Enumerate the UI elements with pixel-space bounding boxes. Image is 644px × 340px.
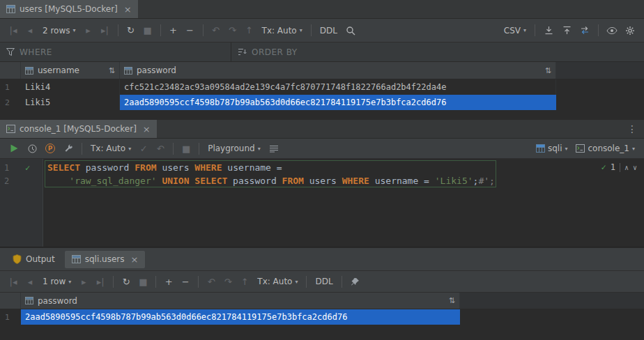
next-page-icon[interactable]: ▸ <box>76 277 91 286</box>
sort-toggle-icon[interactable]: ⇅ <box>449 296 455 305</box>
tx-mode-dropdown[interactable]: Tx: Auto ▾ <box>87 144 135 153</box>
submit-icon[interactable]: ↑ <box>237 277 252 286</box>
pin-tab-icon[interactable] <box>347 277 364 286</box>
column-label: password <box>38 296 77 306</box>
add-row-icon[interactable]: + <box>166 26 181 35</box>
page-size-dropdown[interactable]: 2 rows ▾ <box>39 26 79 36</box>
success-check-icon: ✓ <box>601 162 606 172</box>
redo-icon[interactable]: ↷ <box>220 277 236 286</box>
run-icon[interactable] <box>6 144 22 153</box>
ddl-button[interactable]: DDL <box>312 277 336 286</box>
result-table-row[interactable]: 1 2aad5890595ccf4598b787b99ab563d0d66ec8… <box>0 309 644 325</box>
cell-password-selected[interactable]: 2aad5890595ccf4598b787b99ab563d0d66ec821… <box>120 95 556 110</box>
sort-toggle-icon[interactable]: ⇅ <box>109 66 115 75</box>
data-grid-toolbar: |◂ ◂ 2 rows ▾ ▸ ▸| ↻ ■ + − ↶ ↷ ↑ Tx: Aut… <box>0 19 644 42</box>
delete-row-icon[interactable]: − <box>178 277 193 286</box>
sql-comment: #'; <box>478 176 494 186</box>
row-filler <box>556 95 644 110</box>
explain-plan-icon[interactable]: P <box>42 144 59 153</box>
last-page-icon[interactable]: ▸| <box>98 26 113 35</box>
session-dropdown[interactable]: console_1 ▾ <box>572 144 638 153</box>
search-icon[interactable] <box>342 26 359 36</box>
close-icon[interactable]: × <box>124 4 132 15</box>
delete-row-icon[interactable]: − <box>183 26 198 35</box>
add-row-icon[interactable]: + <box>161 277 176 286</box>
order-by-input[interactable]: ORDER BY <box>231 42 644 61</box>
code-line[interactable]: 'raw_sql_danger' UNION SELECT password F… <box>43 174 644 187</box>
chevron-down-icon: ▾ <box>632 146 635 152</box>
tab-users-grid[interactable]: users [MySQL5-Docker] × <box>0 0 138 18</box>
column-header-username[interactable]: username ⇅ <box>21 62 120 79</box>
redo-icon[interactable]: ↷ <box>225 26 240 35</box>
toolbar-right-group: CSV ▾ <box>500 24 638 36</box>
close-icon[interactable]: × <box>130 254 138 265</box>
close-icon[interactable]: × <box>143 124 151 134</box>
cell-password-selected[interactable]: 2aad5890595ccf4598b787b99ab563d0d66ec821… <box>21 309 460 325</box>
sql-keyword: FROM <box>135 162 156 173</box>
tab-console-1[interactable]: console_1 [MySQL5-Docker] × <box>0 120 157 138</box>
cell-username[interactable]: Liki5 <box>21 95 120 110</box>
previous-page-icon[interactable]: ◂ <box>22 277 38 286</box>
line-number: 1 <box>4 163 9 173</box>
history-clock-icon[interactable] <box>24 144 40 153</box>
cell-username[interactable]: Liki4 <box>21 79 120 95</box>
reload-data-icon[interactable]: ↻ <box>123 26 139 35</box>
export-data-icon[interactable] <box>540 26 557 35</box>
playground-mode-dropdown[interactable]: Playground ▾ <box>204 144 264 153</box>
previous-result-icon[interactable]: ∧ <box>624 164 629 171</box>
sort-toggle-icon[interactable]: ⇅ <box>545 66 551 75</box>
stop-icon[interactable]: ■ <box>135 277 151 286</box>
tx-mode-dropdown[interactable]: Tx: Auto ▾ <box>254 277 301 286</box>
view-options-eye-icon[interactable] <box>604 26 620 35</box>
transpose-icon[interactable] <box>576 26 593 35</box>
commit-check-icon[interactable]: ✓ <box>136 144 151 153</box>
sql-editor[interactable]: 1 ✓ 2 SELECT password FROM users WHERE u… <box>0 159 644 247</box>
next-page-icon[interactable]: ▸ <box>81 26 96 35</box>
revert-icon[interactable]: ↶ <box>204 277 219 286</box>
row-number-header <box>0 62 21 79</box>
page-size-dropdown[interactable]: 1 row ▾ <box>39 277 75 286</box>
filter-bar: WHERE ORDER BY <box>0 42 644 62</box>
more-options-icon[interactable]: ⋮ <box>620 120 644 138</box>
export-format-dropdown[interactable]: CSV ▾ <box>500 26 530 36</box>
tab-output[interactable]: Output <box>6 251 62 268</box>
where-filter-input[interactable]: WHERE <box>0 42 231 61</box>
column-header-password[interactable]: password ⇅ <box>21 293 460 309</box>
next-result-icon[interactable]: ∨ <box>633 164 637 171</box>
ddl-button[interactable]: DDL <box>316 26 341 36</box>
output-layout-icon[interactable] <box>266 145 282 153</box>
column-label: password <box>137 65 176 75</box>
tx-mode-value: Tx: Auto <box>257 277 292 286</box>
last-page-icon[interactable]: ▸| <box>93 277 108 286</box>
wrench-icon[interactable] <box>60 144 77 153</box>
revert-icon[interactable]: ↶ <box>208 26 224 35</box>
code-line[interactable]: SELECT password FROM users WHERE usernam… <box>43 161 644 174</box>
tx-mode-dropdown[interactable]: Tx: Auto ▾ <box>259 26 306 36</box>
shield-icon <box>13 254 22 264</box>
import-data-icon[interactable] <box>558 26 575 35</box>
schema-dropdown[interactable]: sqli ▾ <box>532 144 572 153</box>
submit-icon[interactable]: ↑ <box>242 26 257 35</box>
row-filler <box>460 309 644 325</box>
editor-code-area[interactable]: SELECT password FROM users WHERE usernam… <box>43 159 644 247</box>
first-page-icon[interactable]: |◂ <box>6 277 21 286</box>
first-page-icon[interactable]: |◂ <box>6 26 21 35</box>
table-row[interactable]: 1 Liki4 cfc521c23482ac93a09584ad2e139c4a… <box>0 79 644 95</box>
row-number-header <box>0 293 21 309</box>
previous-page-icon[interactable]: ◂ <box>22 26 38 35</box>
rollback-icon[interactable]: ↶ <box>153 144 168 153</box>
stop-icon[interactable]: ■ <box>140 26 155 35</box>
cell-password[interactable]: cfc521c23482ac93a09584ad2e139c4a7fc87077… <box>120 79 556 95</box>
sql-text <box>47 176 69 186</box>
column-header-password[interactable]: password ⇅ <box>120 62 556 79</box>
tab-sqli-users[interactable]: sqli.users × <box>65 251 146 268</box>
tab-label: Output <box>26 254 55 264</box>
row-number: 2 <box>0 95 21 110</box>
tab-label: console_1 [MySQL5-Docker] <box>20 124 137 134</box>
tab-label: sqli.users <box>85 254 125 264</box>
settings-gear-icon[interactable] <box>622 26 638 36</box>
table-row[interactable]: 2 Liki5 2aad5890595ccf4598b787b99ab563d0… <box>0 95 644 110</box>
stop-icon[interactable]: ■ <box>178 144 194 153</box>
reload-data-icon[interactable]: ↻ <box>118 277 134 286</box>
chevron-down-icon: ▾ <box>295 279 298 285</box>
